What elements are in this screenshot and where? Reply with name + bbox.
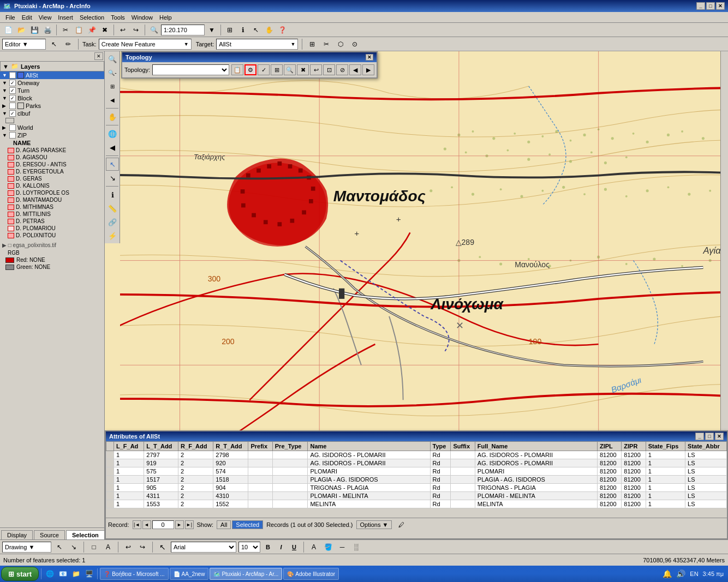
font-color-button[interactable]: A (308, 541, 320, 553)
topology-select[interactable] (152, 64, 229, 75)
layer-item-clbuf[interactable]: ▼ clbuf (0, 110, 104, 117)
redo-button[interactable]: ↪ (130, 24, 142, 36)
zoom-button[interactable]: 🔍 (148, 24, 160, 36)
copy-button[interactable]: 📋 (73, 24, 85, 36)
zip-item-4[interactable]: D. EYERGETOULA (0, 168, 104, 175)
world-checkbox[interactable] (9, 124, 16, 131)
union-button[interactable]: ⬡ (335, 38, 347, 50)
open-button[interactable]: 📂 (15, 24, 27, 36)
col-header-lf-ad[interactable]: L_F_Ad (114, 442, 144, 451)
col-header-suffix[interactable]: Suffix (451, 442, 475, 451)
attr-close-button[interactable]: ✕ (715, 433, 724, 440)
pan-button[interactable]: ✋ (263, 24, 275, 36)
draw-select-tool[interactable]: ↘ (68, 541, 80, 553)
buffer-button[interactable]: ⊙ (349, 38, 361, 50)
zoom-out-tool[interactable]: 🔍- (106, 66, 119, 79)
clbuf-checkbox[interactable] (9, 110, 16, 117)
delete-button[interactable]: ✖ (99, 24, 111, 36)
paste-button[interactable]: 📌 (86, 24, 98, 36)
tray-icon-1[interactable]: 🔔 (663, 569, 672, 578)
split-button[interactable]: ✂ (320, 38, 332, 50)
pan-tool[interactable]: ✋ (106, 110, 119, 123)
table-row[interactable]: 1431124310PLOMARI - MELINTARdPLOMARI - M… (106, 492, 727, 500)
table-row[interactable]: 19192920AG. ISIDOROS - PLOMARIIRdAG. ISI… (106, 459, 727, 467)
fill-color-button[interactable]: 🪣 (322, 541, 334, 553)
zip-item-11[interactable]: D. PETRAS (0, 218, 104, 225)
col-header-rt-add[interactable]: R_T_Add (213, 442, 248, 451)
turn-checkbox[interactable] (9, 87, 16, 94)
identify-button[interactable]: ℹ (237, 24, 249, 36)
zip-item-3[interactable]: D. ERESOU - ANTIS (0, 161, 104, 168)
col-header-prefix[interactable]: Prefix (248, 442, 272, 451)
col-header-type[interactable]: Type (430, 442, 451, 451)
back-tool[interactable]: ◀ (106, 141, 119, 154)
parks-checkbox[interactable] (9, 103, 16, 109)
taskbar-app-4[interactable]: 🎨 Adobe Illustrator (283, 568, 339, 580)
block-checkbox[interactable] (9, 95, 16, 101)
draw-pointer-tool[interactable]: ↖ (53, 541, 65, 553)
col-header-pre-type[interactable]: Pre_Type (272, 442, 308, 451)
attr-minimize-button[interactable]: _ (695, 433, 704, 440)
zip-item-6[interactable]: D. KALLONIS (0, 182, 104, 189)
topology-close-button[interactable]: ✕ (366, 54, 373, 61)
layer-item-turn[interactable]: ▼ Turn (0, 87, 104, 94)
new-button[interactable]: 📄 (2, 24, 14, 36)
col-header-name[interactable]: Name (308, 442, 430, 451)
italic-button[interactable]: I (276, 542, 287, 553)
topo-btn-2[interactable]: ⚙ (244, 64, 256, 75)
tab-selection[interactable]: Selection (66, 530, 105, 539)
zip-item-5[interactable]: D. GERAS (0, 175, 104, 182)
tray-icon-2[interactable]: 🔊 (676, 569, 685, 578)
next-record-button[interactable]: ► (175, 520, 184, 529)
prev-record-button[interactable]: ◄ (142, 520, 151, 529)
topo-btn-5[interactable]: 🔍 (284, 64, 296, 75)
taskbar-icon-2[interactable]: 📧 (57, 568, 69, 580)
topo-btn-8[interactable]: ⊡ (323, 64, 335, 75)
identify-tool[interactable]: ℹ (106, 188, 119, 201)
topo-btn-6[interactable]: ✖ (297, 64, 309, 75)
menu-edit[interactable]: Edit (19, 13, 35, 22)
last-record-button[interactable]: ►| (185, 520, 194, 529)
drawing-dropdown[interactable]: Drawing ▼ (2, 542, 51, 553)
table-row[interactable]: 1279722798AG. ISIDOROS - PLOMARIIRdAG. I… (106, 451, 727, 459)
col-header-lt-add[interactable]: L_T_Add (144, 442, 178, 451)
zoom-prev-tool[interactable]: ◀ (106, 93, 119, 106)
select-button[interactable]: ↖ (250, 24, 262, 36)
col-header-full-name[interactable]: Full_Name (475, 442, 597, 451)
table-row[interactable]: 1151721518PLAGIA - AG. ISIDOROSRdPLAGIA … (106, 476, 727, 484)
zip-item-2[interactable]: D. AGIASOU (0, 154, 104, 161)
line-color-button[interactable]: ─ (336, 541, 348, 553)
tab-display[interactable]: Display (1, 530, 33, 539)
layer-item-world[interactable]: ▶ World (0, 124, 104, 131)
hyperlink-tool[interactable]: 🔗 (106, 215, 119, 229)
minimize-button[interactable]: _ (696, 2, 705, 10)
col-header-zipr[interactable]: ZIPR (622, 442, 646, 451)
layers-header[interactable]: ▼ 📁 Layers (0, 61, 104, 71)
arrow-tool[interactable]: ↖ (106, 158, 119, 171)
scale-dropdown[interactable]: ▼ (206, 24, 218, 36)
zip-item-12[interactable]: D. PLOMARIOU (0, 225, 104, 232)
taskbar-app-1[interactable]: ❓ Βοήθεια - Microsoft ... (100, 568, 168, 580)
cut-button[interactable]: ✂ (59, 24, 71, 36)
show-selected-button[interactable]: Selected (232, 520, 263, 529)
show-all-button[interactable]: All (217, 520, 231, 529)
zip-item-10[interactable]: D. MITTILINIS (0, 211, 104, 218)
taskbar-app-3[interactable]: 🗺️ Ptuxiaki - ArcMap - Ar... (210, 568, 282, 580)
start-button[interactable]: ⊞ start (1, 567, 39, 581)
map-area[interactable]: △289 Μανούλος 300 200 100 140 Καυκ Ταξιά… (105, 51, 728, 539)
zip-item-1[interactable]: D. AGIAS PARASKE (0, 147, 104, 154)
col-header-state-abbr[interactable]: State_Abbr (685, 442, 727, 451)
zip-checkbox[interactable] (9, 132, 16, 139)
lightning-tool[interactable]: ⚡ (106, 229, 119, 242)
underline-button[interactable]: U (289, 542, 300, 553)
layer-item-oneway[interactable]: ▼ Oneway (0, 79, 104, 87)
zip-item-7[interactable]: D. LOYTROPOLE OS (0, 189, 104, 196)
table-row[interactable]: 1155321552MELINTARdMELINTA81200812001LS (106, 500, 727, 508)
topo-btn-4[interactable]: ⊞ (271, 64, 283, 75)
draw-redo-tool[interactable]: ↪ (136, 541, 148, 553)
select-tool[interactable]: ↘ (106, 171, 119, 184)
options-button[interactable]: Options ▼ (356, 520, 392, 529)
panel-close-button[interactable]: ✕ (94, 52, 103, 60)
layer-item-zip[interactable]: ▼ ZIP (0, 131, 104, 139)
topo-btn-3[interactable]: ✓ (258, 64, 270, 75)
